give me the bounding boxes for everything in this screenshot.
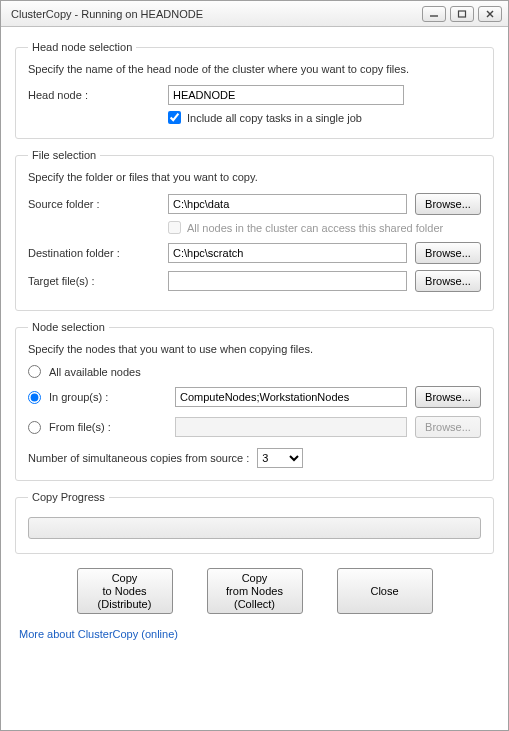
shared-checkbox <box>168 221 181 234</box>
groups-radio[interactable] <box>28 391 41 404</box>
dest-input[interactable] <box>168 243 407 263</box>
target-browse-button[interactable]: Browse... <box>415 270 481 292</box>
file-group: File selection Specify the folder or fil… <box>15 149 494 311</box>
progress-bar <box>28 517 481 539</box>
headnode-legend: Head node selection <box>28 41 136 53</box>
fromfile-input <box>175 417 407 437</box>
window-title: ClusterCopy - Running on HEADNODE <box>11 8 203 20</box>
window-buttons <box>422 6 502 22</box>
target-label: Target file(s) : <box>28 275 168 287</box>
fromfile-label: From file(s) : <box>49 421 175 433</box>
simul-select[interactable]: 3 <box>257 448 303 468</box>
groups-label: In group(s) : <box>49 391 175 403</box>
titlebar: ClusterCopy - Running on HEADNODE <box>1 1 508 27</box>
close-window-button[interactable]: Close <box>337 568 433 614</box>
file-legend: File selection <box>28 149 100 161</box>
dest-browse-button[interactable]: Browse... <box>415 242 481 264</box>
node-desc: Specify the nodes that you want to use w… <box>28 343 481 355</box>
fromfile-browse-button: Browse... <box>415 416 481 438</box>
progress-group: Copy Progress <box>15 491 494 554</box>
distribute-button[interactable]: Copy to Nodes (Distribute) <box>77 568 173 614</box>
groups-browse-button[interactable]: Browse... <box>415 386 481 408</box>
headnode-desc: Specify the name of the head node of the… <box>28 63 481 75</box>
groups-input[interactable] <box>175 387 407 407</box>
shared-label: All nodes in the cluster can access this… <box>187 222 443 234</box>
node-group: Node selection Specify the nodes that yo… <box>15 321 494 481</box>
collect-button[interactable]: Copy from Nodes (Collect) <box>207 568 303 614</box>
simul-label: Number of simultaneous copies from sourc… <box>28 452 249 464</box>
headnode-label: Head node : <box>28 89 168 101</box>
maximize-button[interactable] <box>450 6 474 22</box>
include-checkbox[interactable] <box>168 111 181 124</box>
minimize-button[interactable] <box>422 6 446 22</box>
svg-rect-1 <box>459 11 466 17</box>
source-label: Source folder : <box>28 198 168 210</box>
all-nodes-label: All available nodes <box>49 366 141 378</box>
dest-label: Destination folder : <box>28 247 168 259</box>
more-link[interactable]: More about ClusterCopy (online) <box>19 628 178 640</box>
progress-legend: Copy Progress <box>28 491 109 503</box>
source-input[interactable] <box>168 194 407 214</box>
target-input[interactable] <box>168 271 407 291</box>
content: Head node selection Specify the name of … <box>1 27 508 650</box>
node-legend: Node selection <box>28 321 109 333</box>
all-nodes-radio[interactable] <box>28 365 41 378</box>
close-button[interactable] <box>478 6 502 22</box>
headnode-group: Head node selection Specify the name of … <box>15 41 494 139</box>
file-desc: Specify the folder or files that you wan… <box>28 171 481 183</box>
headnode-input[interactable] <box>168 85 404 105</box>
include-label: Include all copy tasks in a single job <box>187 112 362 124</box>
fromfile-radio[interactable] <box>28 421 41 434</box>
footer-buttons: Copy to Nodes (Distribute) Copy from Nod… <box>15 568 494 614</box>
source-browse-button[interactable]: Browse... <box>415 193 481 215</box>
